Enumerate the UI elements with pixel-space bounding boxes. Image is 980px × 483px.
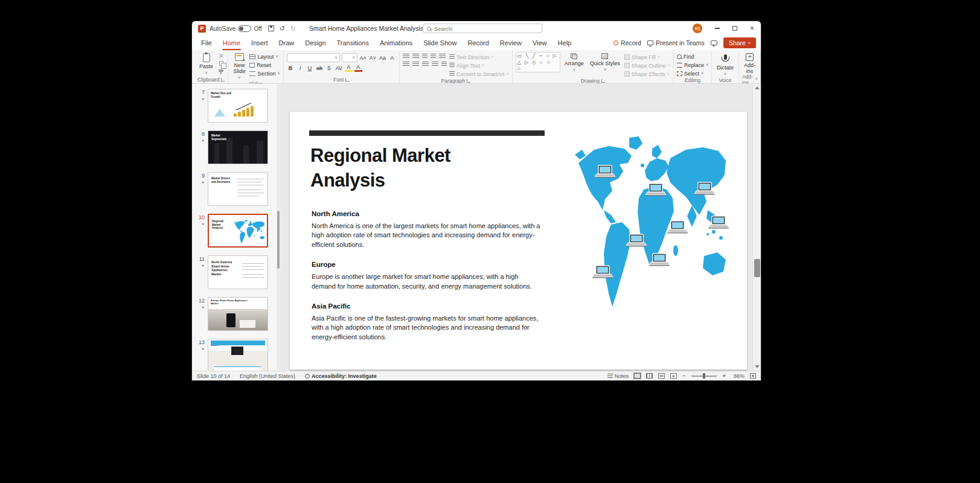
comments-button[interactable] xyxy=(711,40,717,45)
grow-font-button[interactable]: A˄ xyxy=(359,54,367,62)
thumbnail-slide-10-selected[interactable]: 10★ Regional Market Analysis xyxy=(192,214,280,248)
new-slide-button[interactable]: New Slide ˅ xyxy=(231,52,247,81)
highlight-color-button[interactable]: A xyxy=(345,64,353,72)
thumbnail-scrollbar-thumb[interactable] xyxy=(277,211,280,269)
thumbnail-slide-7[interactable]: 7★ Market Size and Growth xyxy=(192,89,280,123)
increase-indent-button[interactable] xyxy=(431,54,436,59)
slide-body-text[interactable]: North America North America is one of th… xyxy=(312,210,542,353)
maximize-button[interactable] xyxy=(726,21,743,36)
justify-button[interactable] xyxy=(432,62,438,67)
line-spacing-button[interactable] xyxy=(439,54,446,59)
align-left-button[interactable] xyxy=(403,62,409,67)
zoom-in-button[interactable]: + xyxy=(722,373,726,379)
select-button[interactable]: Select˅ xyxy=(677,69,708,77)
section-europe[interactable]: Europe Europe is another large market fo… xyxy=(312,261,542,291)
cut-button[interactable] xyxy=(217,53,225,59)
clipboard-dialog-launcher[interactable] xyxy=(221,78,225,82)
zoom-level[interactable]: 86% xyxy=(731,373,745,379)
italic-button[interactable]: I xyxy=(296,64,304,72)
search-input[interactable] xyxy=(434,25,525,32)
scroll-up-icon[interactable] xyxy=(755,86,760,89)
collapse-ribbon-button[interactable]: ˄ xyxy=(755,76,758,82)
reading-view-button[interactable] xyxy=(658,373,665,379)
shapes-row[interactable]: → ♡ ◻ ═ ☆ ○ xyxy=(517,72,559,73)
editor-scrollbar[interactable] xyxy=(752,84,761,371)
scroll-down-icon[interactable] xyxy=(755,365,760,368)
find-button[interactable]: Find xyxy=(677,53,708,60)
tab-view[interactable]: View xyxy=(527,36,552,50)
save-icon[interactable] xyxy=(268,25,274,31)
section-asia-pacific[interactable]: Asia Pacific Asia Pacific is one of the … xyxy=(312,302,542,342)
copy-button[interactable] xyxy=(217,60,225,66)
slide-canvas[interactable]: Regional Market Analysis North America N… xyxy=(290,112,747,369)
close-button[interactable]: × xyxy=(743,21,761,36)
strikethrough-button[interactable]: ab xyxy=(316,64,324,72)
quick-styles-button[interactable]: Quick Styles ˅ xyxy=(588,52,622,73)
layout-button[interactable]: Layout˅ xyxy=(249,53,280,60)
arrange-button[interactable]: Arrange ˅ xyxy=(563,52,586,73)
dictate-button[interactable]: Dictate ˅ xyxy=(715,52,735,77)
tab-design[interactable]: Design xyxy=(299,36,331,50)
slide-sorter-view-button[interactable] xyxy=(646,373,653,379)
fit-slide-to-window-button[interactable] xyxy=(750,373,756,379)
character-spacing-button[interactable]: AV xyxy=(335,64,343,72)
shapes-row[interactable]: △ ▷ ◇ ○ ☆ ⌂ xyxy=(517,60,559,72)
accessibility-checker[interactable]: Accessibility: Investigate xyxy=(305,373,377,379)
shrink-font-button[interactable]: A˅ xyxy=(369,54,377,62)
zoom-out-button[interactable]: − xyxy=(682,373,686,379)
align-right-button[interactable] xyxy=(422,62,429,67)
thumbnail-slide-9[interactable]: 9★ Market Drivers and Restraints xyxy=(192,172,280,206)
slide-title[interactable]: Regional Market Analysis xyxy=(310,144,485,193)
zoom-slider-thumb[interactable] xyxy=(703,373,705,379)
font-name-select[interactable]: ˅ xyxy=(287,53,340,62)
bullets-button[interactable] xyxy=(403,54,409,59)
thumbnail-slide-13[interactable]: 13★ Asia Pacific Smart Home Appliances M… xyxy=(192,339,280,371)
notes-button[interactable]: Notes xyxy=(607,373,629,379)
reset-button[interactable]: Reset xyxy=(249,61,280,69)
zoom-slider[interactable] xyxy=(691,376,717,377)
section-button[interactable]: Section˅ xyxy=(249,69,280,77)
shapes-row[interactable]: ▭ ╲ ╱ ─ ○ ▷ xyxy=(517,53,559,60)
thumbnail-slide-11[interactable]: 11★ North America Smart Home Appliances … xyxy=(192,255,280,289)
language-indicator[interactable]: English (United States) xyxy=(240,373,295,379)
tab-help[interactable]: Help xyxy=(552,36,577,50)
text-shadow-button[interactable]: S xyxy=(325,64,333,72)
editor-scrollbar-thumb[interactable] xyxy=(754,259,760,277)
change-case-button[interactable]: Aa xyxy=(379,54,386,62)
align-center-button[interactable] xyxy=(412,62,419,67)
tab-insert[interactable]: Insert xyxy=(246,36,274,50)
font-size-select[interactable]: ˅ xyxy=(342,53,357,62)
slide-accent-bar[interactable] xyxy=(309,130,545,136)
paragraph-dialog-launcher[interactable] xyxy=(467,79,470,83)
record-button[interactable]: Record xyxy=(613,39,641,46)
section-north-america[interactable]: North America North America is one of th… xyxy=(312,210,542,249)
user-avatar[interactable]: YC xyxy=(693,24,702,33)
numbering-button[interactable] xyxy=(412,54,419,59)
underline-button[interactable]: U xyxy=(306,64,314,72)
paste-button[interactable]: Paste ˅ xyxy=(197,52,215,76)
drawing-dialog-launcher[interactable] xyxy=(601,79,605,83)
replace-button[interactable]: Replace˅ xyxy=(677,61,708,69)
tab-transitions[interactable]: Transitions xyxy=(331,36,374,50)
minimize-button[interactable] xyxy=(708,21,726,36)
search-box[interactable] xyxy=(423,24,542,33)
addins-button[interactable]: Add-ins xyxy=(742,52,757,75)
tab-draw[interactable]: Draw xyxy=(274,36,300,50)
tab-home[interactable]: Home xyxy=(217,36,246,50)
columns-button[interactable] xyxy=(441,62,447,67)
present-in-teams-button[interactable]: Present in Teams xyxy=(647,39,705,46)
clear-formatting-button[interactable]: A xyxy=(388,54,396,62)
tab-review[interactable]: Review xyxy=(495,36,527,50)
tab-file[interactable]: File xyxy=(196,36,217,50)
normal-view-button[interactable] xyxy=(634,373,641,379)
tab-animations[interactable]: Animations xyxy=(374,36,418,50)
bold-button[interactable]: B xyxy=(287,64,295,72)
shapes-gallery[interactable]: ▭ ╲ ╱ ─ ○ ▷ △ ▷ ◇ ○ ☆ ⌂ → ♡ ◻ ═ ☆ ○ xyxy=(516,52,560,72)
share-button[interactable]: Share ˅ xyxy=(723,37,756,48)
font-color-button[interactable]: A xyxy=(354,64,362,72)
tab-slide-show[interactable]: Slide Show xyxy=(418,36,462,50)
decrease-indent-button[interactable] xyxy=(422,54,428,59)
undo-icon[interactable]: ↺ xyxy=(280,25,285,32)
thumbnail-slide-8[interactable]: 8★ Market Segmentation xyxy=(192,130,280,164)
tab-record[interactable]: Record xyxy=(462,36,494,50)
